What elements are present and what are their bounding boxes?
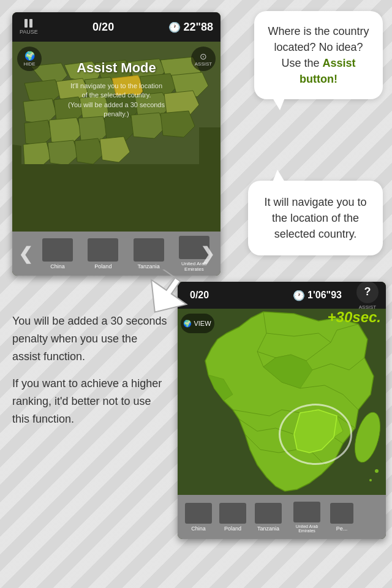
- bottom-peru[interactable]: Pe...: [330, 503, 354, 532]
- bottom-uae-name: United ArabEmirates: [296, 524, 318, 533]
- question-icon: ?: [356, 282, 379, 303]
- tanzania-flag: [134, 238, 164, 262]
- hide-button[interactable]: 🌍 HIDE: [17, 47, 42, 71]
- country-poland[interactable]: Poland: [83, 238, 123, 270]
- bottom-timer: 🕐 1'06"93: [293, 290, 342, 301]
- top-header: PAUSE 0/20 🕐 22"88: [12, 12, 221, 42]
- bottom-china-flag: [185, 503, 212, 524]
- prev-arrow[interactable]: ❮: [18, 244, 32, 264]
- bubble2-text: It will navigate you to the location of …: [264, 196, 366, 240]
- top-map-area[interactable]: Assist Mode It'll navigate you to the lo…: [12, 42, 221, 232]
- bottom-poland-name: Poland: [224, 526, 241, 532]
- assist-button-label: Assist button!: [300, 57, 356, 85]
- speech-bubble-1: Where is the country located? No idea? U…: [254, 11, 383, 99]
- bottom-peru-name: Pe...: [336, 526, 348, 532]
- speech-bubble-2: It will navigate you to the location of …: [248, 181, 383, 255]
- bottom-poland-flag: [219, 503, 246, 524]
- assist-mode-title: Assist Mode: [77, 60, 156, 76]
- penalty-display: +30sec.: [328, 309, 381, 326]
- globe-icon: 🌍: [24, 51, 35, 61]
- assist-button-top[interactable]: ⊙ ASSIST: [191, 47, 216, 71]
- bottom-uae-flag: [293, 502, 320, 522]
- assist-subtext: It'll navigate you to the location of th…: [55, 81, 178, 119]
- poland-name: Poland: [94, 263, 111, 270]
- bottom-game-screenshot: 0/20 🕐 1'06"93 ? ASSIST +30sec.: [178, 282, 386, 539]
- china-flag: [42, 238, 73, 262]
- country-tanzania[interactable]: Tanzania: [129, 238, 169, 270]
- clock-icon-2: 🕐: [293, 290, 305, 301]
- country-china[interactable]: China: [37, 238, 78, 270]
- bottom-header: 0/20 🕐 1'06"93 ? ASSIST: [178, 282, 386, 309]
- country-strip-bottom: China Poland Tanzania United ArabEmirate…: [178, 495, 386, 539]
- left-text-block: You will be added a 30 seconds penalty w…: [12, 312, 168, 428]
- tanzania-name: Tanzania: [138, 263, 160, 270]
- timer-display: 🕐 22"88: [168, 21, 213, 34]
- bottom-peru-flag: [330, 503, 353, 524]
- bottom-map-area[interactable]: 🌍 VIEW: [178, 309, 386, 495]
- top-game-screenshot: PAUSE 0/20 🕐 22"88: [12, 12, 221, 276]
- score-display: 0/20: [92, 21, 114, 34]
- bottom-tanzania-flag: [255, 503, 282, 524]
- pause-button[interactable]: PAUSE: [20, 19, 38, 35]
- bottom-china-name: China: [191, 526, 206, 532]
- bottom-tanzania[interactable]: Tanzania: [252, 503, 284, 532]
- bubble1-text: Where is the country located? No idea? U…: [268, 25, 369, 85]
- pause-label: PAUSE: [20, 29, 38, 35]
- bottom-timer-value: 1'06"93: [307, 290, 342, 301]
- help-button[interactable]: ? ASSIST: [356, 282, 379, 310]
- svg-rect-28: [12, 164, 221, 232]
- timer-value: 22"88: [183, 21, 213, 34]
- svg-marker-30: [199, 127, 221, 164]
- ranking-advice: If you want to achieve a higher ranking,…: [12, 375, 168, 428]
- svg-marker-29: [12, 145, 21, 170]
- big-arrow: [138, 270, 193, 325]
- bottom-poland[interactable]: Poland: [218, 503, 247, 532]
- bottom-uae[interactable]: United ArabEmirates: [289, 502, 325, 533]
- svg-point-35: [369, 479, 372, 481]
- bottom-china[interactable]: China: [184, 503, 213, 532]
- svg-marker-31: [138, 270, 193, 325]
- bottom-tanzania-name: Tanzania: [257, 526, 279, 532]
- china-name: China: [50, 263, 65, 270]
- clock-icon: 🕐: [168, 21, 181, 33]
- poland-flag: [88, 238, 118, 262]
- svg-point-34: [375, 469, 379, 473]
- assist-icon: ⊙: [200, 51, 207, 61]
- next-arrow[interactable]: ❯: [200, 244, 214, 264]
- hide-label: HIDE: [23, 61, 35, 67]
- assist-label: ASSIST: [195, 61, 212, 67]
